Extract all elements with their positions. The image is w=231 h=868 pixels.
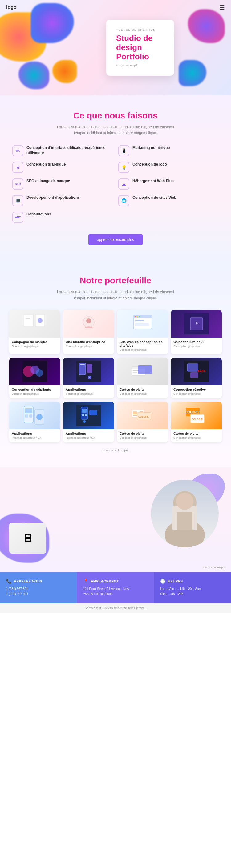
portfolio-thumb-8: FAKE [171,358,222,385]
svg-rect-42 [29,414,32,417]
portfolio-info-7: Cartes de visite Conception graphique [117,385,168,399]
svg-rect-53 [133,411,137,414]
menu-icon[interactable]: ☰ [219,4,225,11]
portfolio-item-7[interactable]: Cartes de visite Conception graphique [117,358,168,399]
svg-rect-40 [25,408,32,413]
portfolio-cat-4: Conception graphique [173,345,219,348]
location-icon: 📍 [83,579,88,584]
portfolio-thumb-9 [9,402,60,429]
portfolio-info-11: Cartes de visite Conception graphique [117,429,168,442]
portfolio-item-4[interactable]: ✦ Caissons lumineux Conception graphique [171,310,222,354]
svg-text:FAKE: FAKE [198,370,206,373]
service-icon-hosting: ☁ [118,179,129,190]
freepik-link[interactable]: Freepik [128,64,138,67]
portfolio-item-2[interactable]: Une identité d'entreprise Conception gra… [63,310,114,354]
hero-title: Studio de design Portfolio [116,34,164,62]
svg-rect-14 [135,321,141,322]
contact-phone-label: APPELEZ-NOUS [14,579,42,583]
portfolio-thumb-6: b [63,358,114,385]
portfolio-cat-6: Conception graphique [66,392,112,395]
portfolio-cat-5: Conception graphique [12,392,58,395]
portfolio-item-3[interactable]: Site Web de conception de site Web Conce… [117,310,168,354]
portfolio-grid: Campagne de marque Conception graphique … [9,310,222,442]
service-item-5: SEO SEO et image de marque [12,179,113,190]
portfolio-cat-3: Conception graphique [119,348,165,351]
portfolio-info-1: Campagne de marque Conception graphique [9,338,60,351]
service-icon-logo: 💡 [118,162,129,173]
svg-rect-25 [80,364,85,365]
svg-point-4 [37,318,42,323]
portfolio-thumb-1 [9,310,60,338]
portfolio-info-8: Conception réactive Conception graphique [171,385,222,399]
service-label-6: Hébergement Web Plus [133,179,174,184]
contact-hours-block: 🕐 HEURES Lun – Ven …. 11h – 20h, Sam. Di… [154,572,231,603]
service-item-2: 📱 Marketing numérique [118,145,219,156]
portfolio-title-1: Campagne de marque [12,340,58,344]
portfolio-title-5: Conception de dépliants [12,388,58,392]
service-icon-consult: AUT [12,212,23,223]
portfolio-thumb-12: COLORS!COLORS! [171,402,222,429]
about-section: 🖥 images de freepik [0,467,231,572]
contact-phone-header: 📞 APPELEZ-NOUS [6,579,71,584]
service-icon-marketing: 📱 [118,145,129,156]
portfolio-title-2: Une identité d'entreprise [66,340,112,344]
svg-point-22 [36,369,43,377]
portfolio-item-12[interactable]: COLORS!COLORS! Cartes de visite Concepti… [171,402,222,442]
svg-rect-5 [37,324,43,324]
portfolio-info-4: Caissons lumineux Conception graphique [171,338,222,351]
contact-location-header: 📍 EMPLACEMENT [83,579,148,584]
portfolio-thumb-4: ✦ [171,310,222,338]
portfolio-item-5[interactable]: Conception de dépliants Conception graph… [9,358,60,399]
svg-point-11 [137,316,138,317]
portfolio-freepik-link[interactable]: Freepik [118,448,128,452]
portfolio-info-3: Site Web de conception de site Web Conce… [117,338,168,354]
portfolio-item-10[interactable]: Applications Interface utilisateur / UX [63,402,114,442]
portfolio-title-11: Cartes de visite [119,432,165,435]
portfolio-info-2: Une identité d'entreprise Conception gra… [63,338,114,351]
services-subtitle: Lorem ipsum dolor sit amet, consectetur … [51,124,180,136]
portfolio-info-9: Applications Interface utilisateur / UX [9,429,60,442]
portfolio-title-3: Site Web de conception de site Web [119,340,165,347]
svg-rect-26 [80,366,83,366]
svg-point-44 [36,414,42,420]
portfolio-item-8[interactable]: FAKE Conception réactive Conception grap… [171,358,222,399]
service-label-5: SEO et image de marque [27,179,70,184]
agency-label: AGENCE DE CRÉATION [116,28,164,31]
blob-6 [179,60,206,86]
svg-rect-34 [138,365,152,374]
svg-rect-0 [24,314,33,327]
freepik-credit: Image de Freepik [116,64,164,67]
svg-text:COLORS!: COLORS! [191,418,202,421]
svg-rect-48 [82,414,84,416]
portfolio-item-6[interactable]: b Applications Conception graphique [63,358,114,399]
portfolio-item-11[interactable]: COLORS! Cartes de visite Conception grap… [117,402,168,442]
portfolio-cat-9: Interface utilisateur / UX [12,436,58,439]
learn-more-button[interactable]: apprendre encore plus [88,235,143,245]
svg-text:COLORS!: COLORS! [138,415,149,418]
portfolio-thumb-10 [63,402,114,429]
portfolio-thumb-2 [63,310,114,338]
svg-point-66 [176,493,194,510]
portfolio-item-1[interactable]: Campagne de marque Conception graphique [9,310,60,354]
portfolio-section: Notre portefeuille Lorem ipsum dolor sit… [0,260,231,467]
service-label-3: Conception graphique [27,162,66,167]
svg-rect-36 [187,364,198,371]
bottom-bar-text: Sample text. Click to select the Text El… [85,607,146,610]
svg-rect-51 [89,410,97,415]
services-grid: UX Conception d'interface utilisateur/ex… [12,145,219,223]
service-label-1: Conception d'interface utilisateur/expér… [27,145,113,156]
portfolio-cat-12: Conception graphique [173,436,219,439]
portfolio-cat-7: Conception graphique [119,392,165,395]
service-icon-seo: SEO [12,179,23,190]
header: logo ☰ [0,0,231,15]
svg-rect-67 [177,512,193,530]
about-desk-decoration: 🖥 [9,523,46,554]
service-icon-ux: UX [12,145,23,156]
portfolio-cat-1: Conception graphique [12,345,58,348]
hero-card: AGENCE DE CRÉATION Studio de design Port… [106,20,174,76]
about-freepik-link[interactable]: freepik [216,566,225,569]
portfolio-title-7: Cartes de visite [119,388,165,392]
service-icon-dev: 💻 [12,195,23,206]
portfolio-title-8: Conception réactive [173,388,219,392]
portfolio-item-9[interactable]: Applications Interface utilisateur / UX [9,402,60,442]
